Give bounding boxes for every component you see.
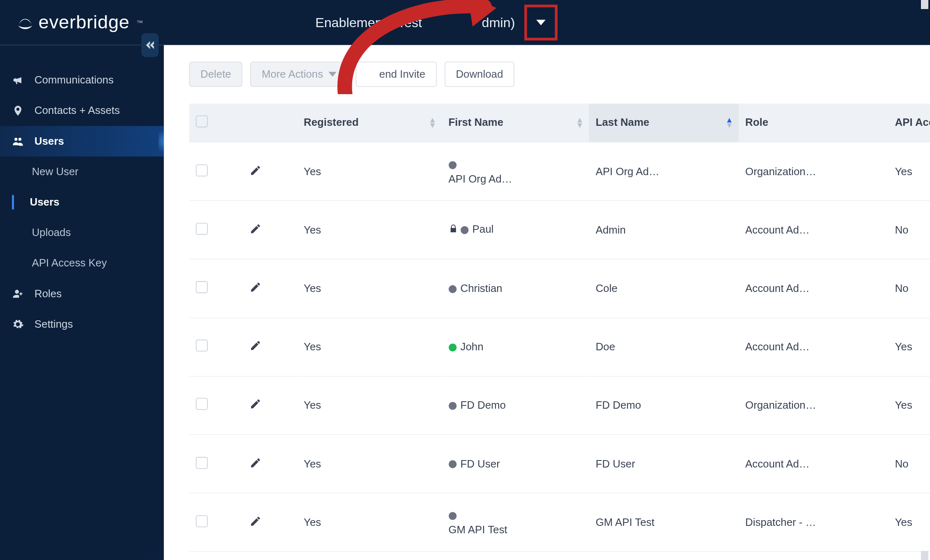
cell-registered: Yes xyxy=(297,552,442,560)
sidebar-label: Roles xyxy=(35,288,62,300)
row-checkbox[interactable] xyxy=(196,340,208,352)
sidebar-label: Contacts + Assets xyxy=(35,105,120,117)
org-name: Enablement - Test xyxy=(315,15,422,30)
cell-first-name: Christian xyxy=(442,259,589,317)
outer-scroll-down[interactable] xyxy=(921,551,928,560)
select-all-checkbox[interactable] xyxy=(196,116,208,127)
cell-first-name: Paul xyxy=(442,201,589,259)
table-row: Yes John Doe Account Ad… Yes Jan 15, 202… xyxy=(189,318,930,376)
cell-registered: Yes xyxy=(297,318,442,376)
sort-icon: ▲▼ xyxy=(576,117,584,128)
cell-api-access: Yes xyxy=(888,376,930,435)
sidebar-item-users[interactable]: Users xyxy=(0,126,164,156)
table-row: Yes GM All Grou… GM All Grou… GM All Gro… xyxy=(189,552,930,560)
send-invite-label: end Invite xyxy=(379,68,425,80)
col-role[interactable]: Role xyxy=(739,104,888,142)
row-checkbox[interactable] xyxy=(196,457,208,469)
edit-row-button[interactable] xyxy=(250,167,262,178)
table-header-row: Registered▲▼ First Name▲▼ Last Name▲▼ Ro… xyxy=(189,104,930,142)
col-registered[interactable]: Registered▲▼ xyxy=(297,104,442,142)
table-row: Yes API Org Ad… API Org Ad… Organization… xyxy=(189,142,930,201)
table-row: Yes FD Demo FD Demo Organization… Yes Ma… xyxy=(189,376,930,435)
lock-icon xyxy=(449,224,458,236)
cell-role: GM All Grou… xyxy=(739,552,888,560)
col-edit xyxy=(243,104,297,142)
edit-row-button[interactable] xyxy=(250,401,262,412)
cell-registered: Yes xyxy=(297,259,442,317)
cell-last-name: FD User xyxy=(589,435,739,493)
cell-last-name: GM All Grou… xyxy=(589,552,739,560)
sidebar-label: Users xyxy=(35,135,64,147)
top-bar: everbridge™ Enablement - Test dmin) ? Ev… xyxy=(0,0,930,45)
sidebar-label: Settings xyxy=(35,318,73,330)
cell-registered: Yes xyxy=(297,201,442,259)
edit-row-button[interactable] xyxy=(250,342,262,354)
status-dot-icon xyxy=(449,161,456,169)
cell-registered: Yes xyxy=(297,435,442,493)
sidebar-item-roles[interactable]: Roles xyxy=(0,278,164,309)
cell-role: Organization… xyxy=(739,376,888,435)
sidebar: Communications Contacts + Assets Users N… xyxy=(0,45,164,560)
download-button[interactable]: Download xyxy=(444,62,514,87)
cell-last-name: Doe xyxy=(589,318,739,376)
main-content: Delete More Actions Send Invite Download… xyxy=(164,45,930,560)
cell-role: Organization… xyxy=(739,142,888,201)
table-row: Yes FD User FD User Account Ad… No Mar 2… xyxy=(189,435,930,493)
row-checkbox[interactable] xyxy=(196,398,208,410)
cell-api-access: Yes xyxy=(888,142,930,201)
sidebar-label: Communications xyxy=(35,74,114,86)
sidebar-sub-uploads[interactable]: Uploads xyxy=(0,218,164,248)
outer-scroll-up[interactable] xyxy=(921,0,928,9)
status-dot-icon xyxy=(449,402,456,410)
cell-last-name: Cole xyxy=(589,259,739,317)
cell-api-access: No xyxy=(888,201,930,259)
sidebar-collapse-button[interactable] xyxy=(142,33,159,57)
more-actions-button[interactable]: More Actions xyxy=(250,62,347,87)
row-checkbox[interactable] xyxy=(196,223,208,235)
col-api-access[interactable]: API Access▲▼ xyxy=(888,104,930,142)
edit-row-button[interactable] xyxy=(250,459,262,470)
sidebar-sub-api-key[interactable]: API Access Key xyxy=(0,248,164,278)
cell-last-name: GM API Test xyxy=(589,493,739,551)
cell-first-name: GM API Test xyxy=(442,493,589,551)
cell-registered: Yes xyxy=(297,493,442,551)
cell-first-name: GM All Grou… xyxy=(442,552,589,560)
delete-button[interactable]: Delete xyxy=(189,62,242,87)
col-last-name[interactable]: Last Name▲▼ xyxy=(589,104,739,142)
col-first-name[interactable]: First Name▲▼ xyxy=(442,104,589,142)
org-switcher[interactable]: Enablement - Test dmin) xyxy=(315,5,557,40)
brand-name: everbridge xyxy=(39,12,130,33)
row-checkbox[interactable] xyxy=(196,515,208,527)
cell-last-name: Admin xyxy=(589,201,739,259)
org-switcher-caret-highlight[interactable] xyxy=(524,5,558,40)
sidebar-item-contacts-assets[interactable]: Contacts + Assets xyxy=(0,95,164,126)
status-dot-icon xyxy=(449,512,456,520)
sidebar-item-communications[interactable]: Communications xyxy=(0,65,164,95)
cell-first-name: FD Demo xyxy=(442,376,589,435)
sidebar-item-settings[interactable]: Settings xyxy=(0,309,164,340)
megaphone-icon xyxy=(12,74,24,86)
cell-role: Account Ad… xyxy=(739,201,888,259)
row-checkbox[interactable] xyxy=(196,281,208,293)
users-table: Registered▲▼ First Name▲▼ Last Name▲▼ Ro… xyxy=(189,104,930,560)
edit-row-button[interactable] xyxy=(250,518,262,529)
sidebar-sub-new-user[interactable]: New User xyxy=(0,157,164,187)
cell-role: Dispatcher - … xyxy=(739,493,888,551)
chevron-down-icon xyxy=(328,70,336,78)
chevron-left-double-icon xyxy=(146,41,154,49)
table-row: Yes Christian Cole Account Ad… No Jun 23… xyxy=(189,259,930,317)
row-checkbox[interactable] xyxy=(196,164,208,176)
brand-tm: ™ xyxy=(136,19,143,26)
brand-logo: everbridge™ xyxy=(16,12,143,33)
person-plus-icon xyxy=(12,288,24,300)
cell-last-name: FD Demo xyxy=(589,376,739,435)
edit-row-button[interactable] xyxy=(250,284,262,295)
status-dot-icon xyxy=(449,343,456,351)
send-invite-button[interactable]: Send Invite xyxy=(356,62,437,87)
sort-icon-active: ▲▼ xyxy=(725,117,733,128)
more-actions-label: More Actions xyxy=(262,68,323,80)
edit-row-button[interactable] xyxy=(250,225,262,236)
toolbar: Delete More Actions Send Invite Download… xyxy=(189,61,930,88)
sidebar-sub-users[interactable]: Users xyxy=(0,187,164,218)
caret-down-icon xyxy=(536,18,546,28)
